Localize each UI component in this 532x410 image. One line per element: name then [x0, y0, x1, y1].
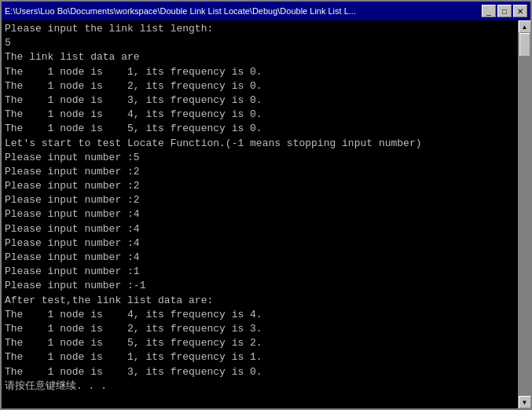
main-window: E:\Users\Luo Bo\Documents\workspace\Doub… — [0, 0, 532, 410]
console-line: Please input number :4 — [5, 223, 140, 235]
console-line: Please input number :1 — [5, 265, 140, 277]
console-line: After test,the link list data are: — [5, 295, 213, 306]
console-line: The 1 node is 3, its frequency is 0. — [5, 94, 262, 106]
console-line: The 1 node is 4, its frequency is 0. — [5, 108, 262, 120]
console-line: Please input number :-1 — [5, 280, 145, 291]
console-line: Please input number :2 — [5, 194, 140, 206]
title-bar: E:\Users\Luo Bo\Documents\workspace\Doub… — [2, 2, 530, 20]
console-line: The 1 node is 4, its frequency is 4. — [5, 309, 262, 320]
console-line: Please input number :4 — [5, 208, 140, 220]
scroll-thumb[interactable] — [519, 33, 530, 57]
scroll-track — [519, 33, 530, 396]
console-line: Please input the link list length: — [5, 23, 213, 35]
window-title: E:\Users\Luo Bo\Documents\workspace\Doub… — [5, 6, 482, 16]
console-line: Please input number :2 — [5, 180, 140, 192]
console-line: Please input number :4 — [5, 251, 140, 263]
scroll-up-button[interactable]: ▲ — [519, 20, 531, 33]
close-button[interactable]: ✕ — [513, 5, 527, 17]
console-output: Please input the link list length: 5 The… — [2, 20, 518, 408]
scroll-down-button[interactable]: ▼ — [519, 396, 531, 408]
console-line: 5 — [5, 37, 11, 49]
console-line: The 1 node is 1, its frequency is 1. — [5, 351, 262, 363]
console-line: Please input number :2 — [5, 166, 140, 178]
console-line: The 1 node is 5, its frequency is 0. — [5, 123, 262, 134]
console-line: The 1 node is 2, its frequency is 3. — [5, 323, 262, 335]
console-area: Please input the link list length: 5 The… — [2, 20, 530, 408]
console-line: The 1 node is 2, its frequency is 0. — [5, 80, 262, 92]
minimize-button[interactable]: _ — [482, 5, 496, 17]
console-line: The 1 node is 1, its frequency is 0. — [5, 66, 262, 78]
scrollbar[interactable]: ▲ ▼ — [518, 20, 530, 408]
console-line: Please input number :4 — [5, 237, 140, 249]
console-line: The link list data are — [5, 51, 140, 63]
window-controls: _ □ ✕ — [482, 5, 527, 17]
maximize-button[interactable]: □ — [497, 5, 512, 17]
console-line: Please input number :5 — [5, 152, 140, 163]
console-line: Let's start to test Locate Function.(-1 … — [5, 137, 422, 149]
console-line: The 1 node is 5, its frequency is 2. — [5, 337, 262, 349]
console-line: The 1 node is 3, its frequency is 0. — [5, 366, 262, 378]
console-line: 请按任意键继续. . . — [5, 380, 107, 392]
